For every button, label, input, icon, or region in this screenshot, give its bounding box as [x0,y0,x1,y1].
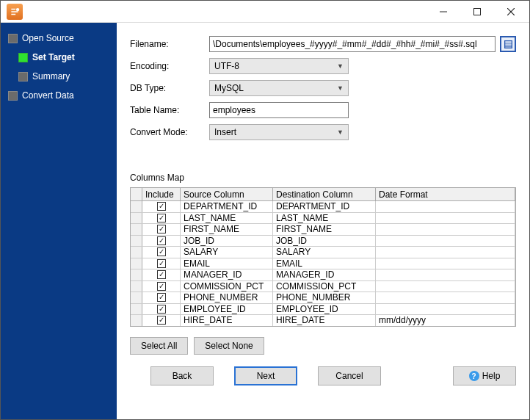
sidebar-item-convert-data[interactable]: Convert Data [1,86,117,105]
table-row[interactable]: ✓HIRE_DATEHIRE_DATEmm/dd/yyyy [131,315,515,327]
source-cell[interactable]: EMAIL [181,258,273,269]
date-format-cell[interactable] [376,281,515,292]
date-format-cell[interactable] [376,201,515,212]
table-row[interactable]: ✓JOB_IDJOB_ID [131,236,515,247]
include-checkbox[interactable]: ✓ [157,225,166,233]
wizard-sidebar: Open SourceSet TargetSummaryConvert Data [1,23,117,419]
chevron-down-icon: ▼ [337,84,344,92]
tablename-input[interactable] [209,102,349,118]
include-checkbox[interactable]: ✓ [157,270,166,279]
include-checkbox[interactable]: ✓ [157,316,166,325]
row-marker[interactable] [131,213,142,224]
header-date[interactable]: Date Format [376,188,515,200]
destination-cell[interactable]: MANAGER_ID [273,269,376,280]
include-checkbox[interactable]: ✓ [157,305,166,314]
destination-cell[interactable]: EMPLOYEE_ID [273,304,376,315]
header-source[interactable]: Source Column [181,188,273,200]
source-cell[interactable]: LAST_NAME [181,213,273,224]
destination-cell[interactable]: JOB_ID [273,236,376,247]
row-marker[interactable] [131,304,142,315]
sidebar-item-label: Convert Data [22,90,74,101]
convertmode-select[interactable]: Insert▼ [209,124,349,140]
browse-button[interactable] [500,36,516,52]
row-marker[interactable] [131,236,142,247]
encoding-label: Encoding: [130,61,209,71]
header-destination[interactable]: Destination Column [273,188,376,200]
table-row[interactable]: ✓LAST_NAMELAST_NAME [131,213,515,225]
table-row[interactable]: ✓DEPARTMENT_IDDEPARTMENT_ID [131,201,515,213]
date-format-cell[interactable] [376,292,515,303]
columns-map-grid[interactable]: Include Source Column Destination Column… [130,187,516,327]
row-marker[interactable] [131,315,142,326]
titlebar [1,1,529,23]
sidebar-item-open-source[interactable]: Open Source [1,29,117,48]
table-row[interactable]: ✓PHONE_NUMBERPHONE_NUMBER [131,292,515,304]
source-cell[interactable]: DEPARTMENT_ID [181,201,273,212]
chevron-down-icon: ▼ [337,128,344,136]
source-cell[interactable]: HIRE_DATE [181,315,273,326]
select-none-button[interactable]: Select None [194,337,264,355]
source-cell[interactable]: PHONE_NUMBER [181,292,273,303]
include-checkbox[interactable]: ✓ [157,214,166,222]
include-checkbox[interactable]: ✓ [157,236,166,245]
row-marker[interactable] [131,247,142,258]
date-format-cell[interactable]: mm/dd/yyyy [376,315,515,326]
include-checkbox[interactable]: ✓ [157,259,166,268]
destination-cell[interactable]: LAST_NAME [273,213,376,224]
filename-label: Filename: [130,39,209,49]
source-cell[interactable]: MANAGER_ID [181,269,273,280]
row-marker[interactable] [131,224,142,235]
table-row[interactable]: ✓COMMISSION_PCTCOMMISSION_PCT [131,281,515,293]
row-marker[interactable] [131,281,142,292]
row-marker[interactable] [131,292,142,303]
include-checkbox[interactable]: ✓ [157,247,166,256]
destination-cell[interactable]: COMMISSION_PCT [273,281,376,292]
back-button[interactable]: Back [150,366,214,385]
table-row[interactable]: ✓EMAILEMAIL [131,258,515,270]
destination-cell[interactable]: FIRST_NAME [273,224,376,235]
filename-input[interactable] [209,36,495,52]
columns-map-title: Columns Map [130,173,516,183]
date-format-cell[interactable] [376,304,515,315]
source-cell[interactable]: FIRST_NAME [181,224,273,235]
minimize-button[interactable] [426,1,460,23]
close-button[interactable] [494,1,528,23]
source-cell[interactable]: JOB_ID [181,236,273,247]
row-marker[interactable] [131,269,142,280]
source-cell[interactable]: COMMISSION_PCT [181,281,273,292]
destination-cell[interactable]: EMAIL [273,258,376,269]
next-button[interactable]: Next [234,366,297,385]
app-icon [7,4,23,20]
date-format-cell[interactable] [376,247,515,258]
header-include[interactable]: Include [142,188,181,200]
include-checkbox[interactable]: ✓ [157,282,166,291]
source-cell[interactable]: SALARY [181,247,273,258]
select-all-button[interactable]: Select All [130,337,188,355]
table-row[interactable]: ✓SALARYSALARY [131,247,515,258]
date-format-cell[interactable] [376,258,515,269]
dbtype-select[interactable]: MySQL▼ [209,80,349,96]
sidebar-item-set-target[interactable]: Set Target [11,48,117,67]
row-marker[interactable] [131,201,142,212]
encoding-select[interactable]: UTF-8▼ [209,58,349,74]
help-button[interactable]: ?Help [453,366,516,385]
table-row[interactable]: ✓MANAGER_IDMANAGER_ID [131,269,515,281]
table-row[interactable]: ✓FIRST_NAMEFIRST_NAME [131,224,515,236]
date-format-cell[interactable] [376,224,515,235]
date-format-cell[interactable] [376,236,515,247]
destination-cell[interactable]: DEPARTMENT_ID [273,201,376,212]
destination-cell[interactable]: PHONE_NUMBER [273,292,376,303]
date-format-cell[interactable] [376,269,515,280]
date-format-cell[interactable] [376,213,515,224]
convertmode-value: Insert [214,127,236,137]
source-cell[interactable]: EMPLOYEE_ID [181,304,273,315]
include-checkbox[interactable]: ✓ [157,293,166,302]
cancel-button[interactable]: Cancel [318,366,381,385]
maximize-button[interactable] [460,1,494,23]
destination-cell[interactable]: HIRE_DATE [273,315,376,326]
include-checkbox[interactable]: ✓ [157,202,166,211]
destination-cell[interactable]: SALARY [273,247,376,258]
sidebar-item-summary[interactable]: Summary [11,67,117,86]
row-marker[interactable] [131,258,142,269]
table-row[interactable]: ✓EMPLOYEE_IDEMPLOYEE_ID [131,304,515,316]
